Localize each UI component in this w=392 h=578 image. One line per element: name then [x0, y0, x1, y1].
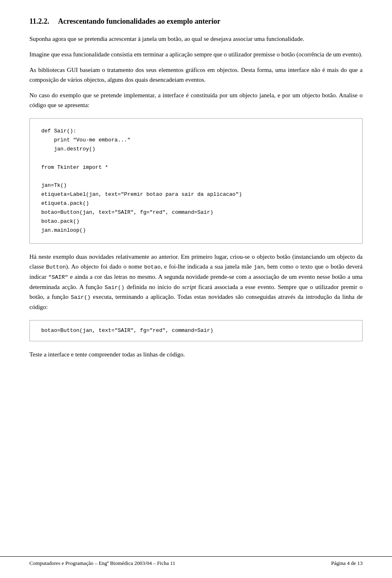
page-footer: Computadores e Programação – Engª Bioméd…: [0, 556, 392, 567]
main-code-block: def Sair(): print "Vou-me embora..." jan…: [29, 118, 363, 244]
paragraph-6: Há neste exemplo duas novidades relativa…: [29, 252, 363, 311]
paragraph-3: As bibliotecas GUI baseiam o tratamento …: [29, 65, 363, 85]
footer-right: Página 4 de 13: [331, 560, 363, 567]
page: 11.2.2. Acrescentando funcionalidades ao…: [0, 0, 392, 578]
paragraph-1: Suponha agora que se pretendia acrescent…: [29, 34, 363, 44]
paragraph-5: No caso do exemplo que se pretende imple…: [29, 90, 363, 110]
section-title: Acrescentando funcionalidades ao exemplo…: [58, 17, 220, 25]
footer-left: Computadores e Programação – Engª Bioméd…: [29, 560, 175, 567]
section-number: 11.2.2.: [29, 17, 49, 25]
paragraph-2: Imagine que essa funcionalidade consisti…: [29, 49, 363, 59]
section-heading: 11.2.2. Acrescentando funcionalidades ao…: [29, 16, 363, 27]
inline-code-block: botao=Button(jan, text="SAIR", fg="red",…: [29, 320, 363, 341]
paragraph-7: Teste a interface e tente compreender to…: [29, 349, 363, 359]
